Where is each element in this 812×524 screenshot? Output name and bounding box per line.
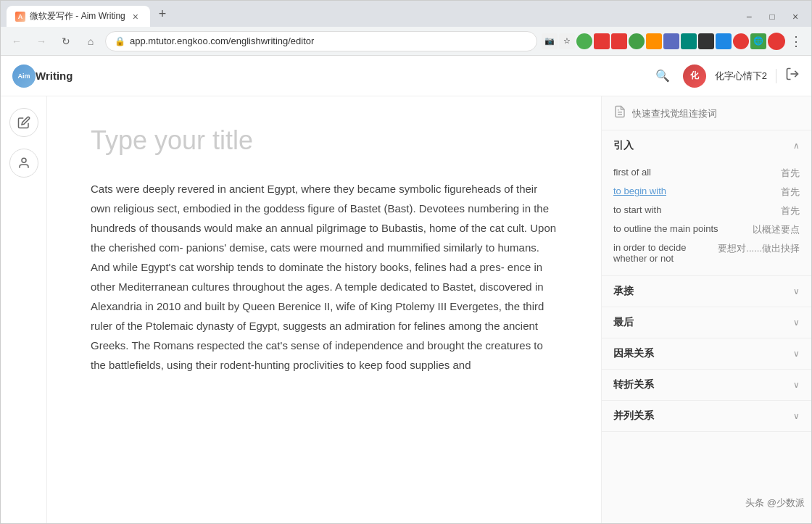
phrase-section-转折关系: 转折关系∨: [602, 370, 811, 401]
header-right: 🔍 化 化字心情下2: [651, 65, 800, 88]
active-tab[interactable]: A 微软爱写作 - Aim Writing ×: [7, 6, 150, 27]
phrase-english: to outline the main points: [613, 223, 753, 236]
refresh-button[interactable]: ↻: [56, 31, 76, 51]
ext-dark[interactable]: [698, 33, 714, 49]
right-panel: 引入∧first of all首先to begin with首先to start…: [601, 96, 811, 523]
browser-menu-button[interactable]: ⋮: [787, 33, 805, 49]
phrase-row: first of all首先: [613, 164, 800, 183]
phrase-section-最后: 最后∨: [602, 307, 811, 338]
header-search-icon[interactable]: 🔍: [651, 65, 674, 88]
phrase-chinese: 首先: [781, 186, 800, 199]
phrase-sections: 引入∧first of all首先to begin with首先to start…: [602, 130, 811, 432]
restore-button[interactable]: □: [762, 9, 782, 24]
section-header-并列关系[interactable]: 并列关系∨: [602, 401, 811, 431]
ext-orange[interactable]: [646, 33, 662, 49]
chevron-icon: ∨: [793, 411, 800, 421]
panel-search-input[interactable]: [632, 108, 800, 119]
ext-wechat[interactable]: 🌐: [750, 33, 766, 49]
lock-icon: 🔒: [115, 36, 125, 46]
chevron-icon: ∧: [793, 141, 800, 151]
section-header-因果关系[interactable]: 因果关系∨: [602, 338, 811, 369]
chevron-icon: ∨: [793, 349, 800, 359]
back-button[interactable]: ←: [7, 31, 27, 51]
ext-avatar[interactable]: [768, 33, 785, 50]
new-tab-button[interactable]: +: [153, 2, 173, 26]
section-title: 转折关系: [613, 378, 654, 391]
watermark: 头条 @少数派: [745, 496, 805, 510]
ext-circle-green[interactable]: [629, 33, 645, 49]
phrase-row: to begin with首先: [613, 183, 800, 201]
minimize-button[interactable]: −: [739, 9, 759, 24]
header-divider: [776, 69, 776, 83]
extension-icons: 📷 ☆ 🌐 ⋮: [542, 33, 805, 50]
section-title: 最后: [613, 316, 634, 329]
forward-button[interactable]: →: [31, 31, 51, 51]
app-logo: Aim Writing: [12, 65, 72, 88]
editor-content[interactable]: Cats were deeply revered in ancient Egyp…: [91, 179, 558, 375]
chevron-icon: ∨: [793, 286, 800, 296]
ext-purple[interactable]: [663, 33, 679, 49]
phrase-chinese: 以概述要点: [753, 223, 800, 236]
tab-favicon: A: [15, 12, 25, 22]
phrase-chinese: 首先: [781, 167, 800, 180]
phrase-english: in order to decide whether or not: [613, 242, 718, 264]
ext-red2[interactable]: [611, 33, 627, 49]
section-title: 并列关系: [613, 409, 654, 423]
ext-red1[interactable]: [594, 33, 610, 49]
left-sidebar: [1, 96, 47, 523]
home-button[interactable]: ⌂: [80, 31, 101, 51]
svg-point-1: [22, 158, 26, 162]
ext-green[interactable]: [576, 33, 592, 49]
phrase-row: in order to decide whether or not要想对....…: [613, 239, 800, 267]
chevron-icon: ∨: [793, 317, 800, 328]
tab-title: 微软爱写作 - Aim Writing: [30, 10, 125, 22]
section-header-intro[interactable]: 引入∧: [602, 130, 811, 161]
url-text: app.mtutor.engkoo.com/englishwriting/edi…: [130, 36, 314, 46]
phrase-english[interactable]: to begin with: [613, 186, 781, 199]
logo-circle: Aim: [12, 65, 36, 88]
phrase-section-因果关系: 因果关系∨: [602, 338, 811, 370]
profile-button[interactable]: [9, 149, 38, 178]
phrase-english: first of all: [613, 167, 781, 180]
phrase-chinese: 要想对......做出抉择: [718, 242, 800, 264]
phrase-chinese: 首先: [781, 204, 800, 217]
phrase-section-承接: 承接∨: [602, 276, 811, 307]
phrase-row: to start with首先: [613, 201, 800, 220]
ext-star[interactable]: ☆: [559, 33, 575, 49]
phrase-list: first of all首先to begin with首先to start wi…: [602, 161, 811, 275]
chevron-icon: ∨: [793, 380, 800, 390]
address-input-wrap[interactable]: 🔒 app.mtutor.engkoo.com/englishwriting/e…: [105, 31, 537, 51]
ext-screenshot[interactable]: 📷: [542, 33, 558, 49]
phrase-section-intro: 引入∧first of all首先to begin with首先to start…: [602, 130, 811, 276]
app-header: Aim Writing 🔍 化 化字心情下2: [1, 56, 811, 96]
section-title: 因果关系: [613, 347, 654, 360]
section-header-转折关系[interactable]: 转折关系∨: [602, 370, 811, 400]
phrase-row: to outline the main points以概述要点: [613, 220, 800, 239]
logout-button[interactable]: [785, 67, 800, 85]
logo-text-writing: Writing: [36, 70, 72, 82]
user-avatar: 化: [683, 65, 706, 88]
ext-blue[interactable]: [716, 33, 732, 49]
main-layout: Type your title Cats were deeply revered…: [1, 96, 811, 523]
panel-search-header: [602, 96, 811, 130]
ext-teal[interactable]: [681, 33, 697, 49]
browser-window: A 微软爱写作 - Aim Writing × + − □ × ← → ↻ ⌂ …: [0, 0, 812, 524]
editor-area[interactable]: Type your title Cats were deeply revered…: [47, 96, 601, 523]
section-header-最后[interactable]: 最后∨: [602, 307, 811, 338]
tab-close-button[interactable]: ×: [130, 11, 141, 22]
section-header-承接[interactable]: 承接∨: [602, 276, 811, 307]
pencil-button[interactable]: [9, 108, 38, 137]
app-area: Aim Writing 🔍 化 化字心情下2: [1, 56, 811, 523]
section-title: 承接: [613, 285, 634, 298]
user-name-label: 化字心情下2: [715, 70, 767, 83]
ext-red-circle[interactable]: [733, 33, 749, 49]
section-title: 引入: [613, 139, 634, 152]
phrase-section-并列关系: 并列关系∨: [602, 401, 811, 432]
editor-title-placeholder[interactable]: Type your title: [91, 125, 558, 156]
close-window-button[interactable]: ×: [785, 9, 805, 24]
address-bar: ← → ↻ ⌂ 🔒 app.mtutor.engkoo.com/englishw…: [1, 27, 811, 56]
panel-doc-icon: [613, 105, 626, 121]
phrase-english: to start with: [613, 204, 781, 217]
tab-bar: A 微软爱写作 - Aim Writing × + − □ ×: [1, 1, 811, 27]
logo-aim: Aim: [17, 72, 30, 80]
